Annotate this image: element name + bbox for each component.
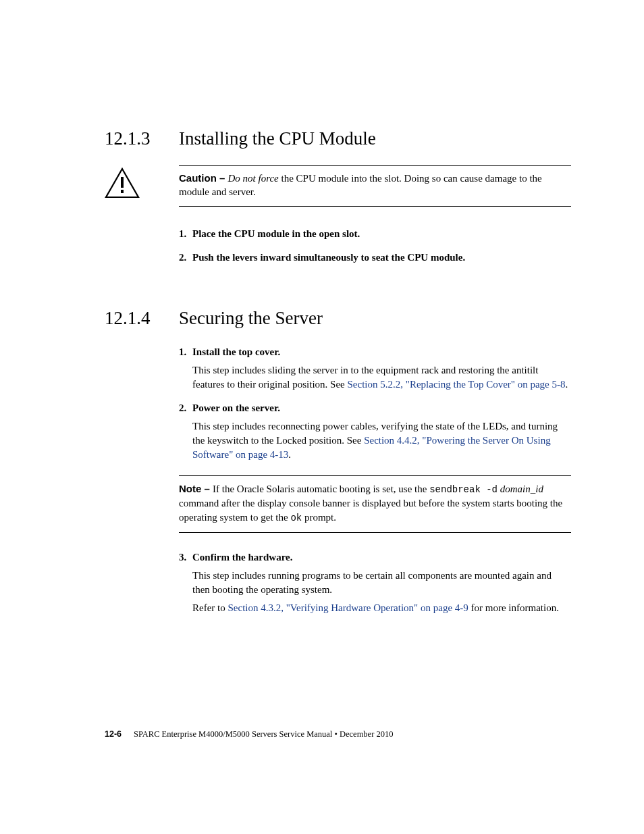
step-2: 2.Push the levers inward simultaneously … <box>179 251 571 265</box>
step-body-1: This step includes running programs to b… <box>192 569 571 597</box>
section-number: 12.1.4 <box>105 308 179 329</box>
caution-italic: Do not force <box>228 173 279 184</box>
page-number: 12-6 <box>105 729 122 739</box>
caution-box: Caution – Do not force the CPU module in… <box>179 165 571 207</box>
note-mono1: sendbreak -d <box>429 484 498 495</box>
step-1: 1.Place the CPU module in the open slot. <box>179 227 571 241</box>
step-body-2: Refer to Section 4.3.2, "Verifying Hardw… <box>192 601 571 615</box>
svg-rect-2 <box>121 190 124 193</box>
section-title: Securing the Server <box>179 308 323 329</box>
body-pre: Refer to <box>192 602 227 613</box>
section-heading-1214: 12.1.4 Securing the Server <box>105 308 571 329</box>
caution-label: Caution – <box>179 172 228 184</box>
section-title: Installing the CPU Module <box>179 128 376 149</box>
section-1213-content: Caution – Do not force the CPU module in… <box>179 165 571 265</box>
note-post: prompt. <box>302 512 336 523</box>
note-label: Note – <box>179 483 213 494</box>
note-pre: If the Oracle Solaris automatic booting … <box>213 484 429 494</box>
note-mono2: ok <box>290 513 302 523</box>
step-head: Place the CPU module in the open slot. <box>192 228 360 239</box>
step-head: Push the levers inward simultaneously to… <box>192 252 465 263</box>
section-number: 12.1.3 <box>105 128 179 149</box>
section-heading-1213: 12.1.3 Installing the CPU Module <box>105 128 571 149</box>
note-mid2: command after the display console banner… <box>179 498 562 523</box>
section-1214-content: 1.Install the top cover. This step inclu… <box>179 345 571 615</box>
step-body: This step includes sliding the server in… <box>192 363 571 392</box>
step-head: Confirm the hardware. <box>192 552 292 563</box>
step-num: 2. <box>179 401 192 415</box>
xref-link[interactable]: Section 5.2.2, "Replacing the Top Cover"… <box>348 379 566 390</box>
step-head: Install the top cover. <box>192 346 280 357</box>
xref-link[interactable]: Section 4.3.2, "Verifying Hardware Opera… <box>227 602 468 613</box>
step-body: This step includes reconnecting power ca… <box>192 419 571 462</box>
step-3: 3.Confirm the hardware. This step includ… <box>179 550 571 615</box>
page-content: 12.1.3 Installing the CPU Module Caution… <box>0 0 644 615</box>
body-post: . <box>565 379 568 390</box>
step-num: 1. <box>179 345 192 359</box>
step-2: 2.Power on the server. This step include… <box>179 401 571 462</box>
section-gap <box>105 274 571 308</box>
step-1: 1.Install the top cover. This step inclu… <box>179 345 571 392</box>
step-num: 1. <box>179 227 192 241</box>
step-head: Power on the server. <box>192 402 280 413</box>
body-post: . <box>288 449 291 460</box>
body-post: for more information. <box>468 602 559 613</box>
page-footer: 12-6SPARC Enterprise M4000/M5000 Servers… <box>105 729 571 739</box>
svg-rect-1 <box>121 177 124 188</box>
note-italic: domain_id <box>500 484 543 494</box>
note-box: Note – If the Oracle Solaris automatic b… <box>179 475 571 533</box>
caution-icon <box>105 167 140 202</box>
footer-title: SPARC Enterprise M4000/M5000 Servers Ser… <box>134 729 393 739</box>
step-num: 3. <box>179 550 192 565</box>
step-num: 2. <box>179 251 192 265</box>
